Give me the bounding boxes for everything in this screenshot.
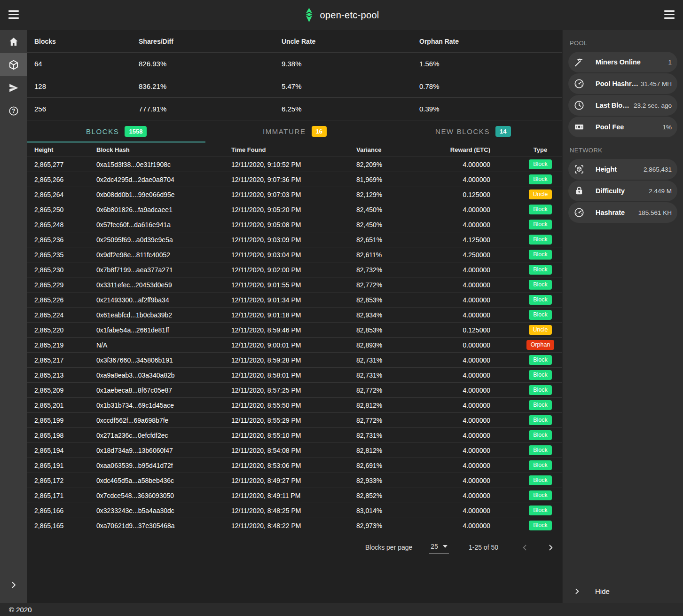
nav-item-blocks[interactable] (0, 53, 27, 76)
nav-item-home[interactable] (0, 30, 27, 53)
variance-cell: 82,893% (349, 341, 443, 349)
page-footer: © 2020 (0, 603, 683, 616)
luck-table-row: 128 836.21% 5.47% 0.78% (27, 75, 562, 98)
stats-sidebar: POOL Miners Online 1 Pool Hashrate 31.45… (562, 30, 683, 603)
right-menu-icon[interactable] (664, 10, 675, 19)
block-table-row: 2,865,266 0x2dc4295d...2dae0a8704 12/11/… (27, 172, 562, 187)
blocks-tabs: BLOCKS 1558 IMMATURE 16 NEW BLOCKS 14 (27, 120, 562, 142)
time-found-cell: 12/11/2020, 9:03:09 PM (224, 236, 349, 244)
height-cell: 2,865,201 (27, 402, 89, 409)
reward-cell: 4.000000 (443, 266, 518, 274)
help-icon: ? (8, 105, 19, 117)
variance-cell: 82,812% (349, 402, 443, 409)
reward-cell: 4.000000 (443, 296, 518, 304)
col-header-shares-diff: Shares/Diff (132, 38, 275, 45)
reward-cell: 0.000000 (443, 341, 518, 349)
height-cell: 2,865,277 (27, 161, 89, 168)
orphan-rate-cell: 1.56% (412, 60, 562, 68)
variance-cell: 82,772% (349, 281, 443, 289)
hide-label: Hide (595, 587, 610, 595)
luck-table-row: 64 826.93% 9.38% 1.56% (27, 53, 562, 75)
block-table-row: 2,865,199 0xccdf562f...69a698b7fe 12/11/… (27, 413, 562, 428)
stat-label: Hashrate (596, 209, 625, 216)
luck-table-body: 64 826.93% 9.38% 1.56% 128 836.21% 5.47%… (27, 53, 562, 120)
tab-label: BLOCKS (86, 127, 119, 135)
block-type-chip: Block (529, 280, 552, 290)
block-hash-cell: 0xa70621d9...37e305468a (89, 522, 224, 529)
page-size-select[interactable]: 25 (429, 541, 449, 554)
orphan-rate-cell: 0.78% (412, 82, 562, 90)
nav-item-payments[interactable] (0, 76, 27, 99)
variance-cell: 82,973% (349, 522, 443, 529)
height-cell: 2,865,264 (27, 191, 89, 198)
height-cell: 2,865,266 (27, 176, 89, 183)
expand-left-sidebar-button[interactable] (0, 573, 27, 596)
app-header: open-etc-pool (0, 0, 683, 30)
reward-cell: 4.000000 (443, 507, 518, 514)
block-table-row: 2,865,165 0xa70621d9...37e305468a 12/11/… (27, 518, 562, 533)
next-page-button[interactable] (547, 544, 555, 552)
block-type-chip: Block (529, 415, 552, 426)
luck-table-header: Blocks Shares/Diff Uncle Rate Orphan Rat… (27, 30, 562, 53)
block-table-row: 2,865,217 0x3f367660...345806b191 12/11/… (27, 353, 562, 368)
tab-immature[interactable]: IMMATURE 16 (205, 120, 384, 142)
pickaxe-icon (573, 56, 585, 68)
hide-sidebar-button[interactable]: Hide (563, 579, 683, 603)
block-hash-cell: 0xa15d3f38...0e31f1908c (89, 161, 224, 168)
stat-label: Last Block Fo… (596, 102, 633, 109)
height-cell: 2,865,230 (27, 266, 89, 274)
uncle-rate-cell: 5.47% (275, 82, 412, 90)
previous-page-button[interactable] (521, 544, 529, 552)
luck-table-row: 256 777.91% 6.25% 0.39% (27, 98, 562, 120)
stat-pill: Miners Online 1 (568, 52, 677, 72)
shares-diff-cell: 777.91% (132, 105, 275, 113)
reward-cell: 4.000000 (443, 477, 518, 484)
tab-new-blocks[interactable]: NEW BLOCKS 14 (384, 120, 562, 142)
variance-cell: 82,450% (349, 221, 443, 229)
blocks-cell: 256 (27, 105, 132, 113)
reward-cell: 4.000000 (443, 161, 518, 168)
block-table-row: 2,865,230 0x7b8f7199...aea377a271 12/11/… (27, 262, 562, 277)
reward-cell: 4.000000 (443, 356, 518, 364)
block-hash-cell: 0x21493300...af2ff9ba34 (89, 296, 224, 304)
variance-cell: 81,969% (349, 176, 443, 183)
nav-item-help[interactable]: ? (0, 99, 27, 122)
stat-label: Difficulty (596, 187, 625, 195)
block-table-row: 2,865,201 0x1b31b734...69c1d45ace 12/11/… (27, 398, 562, 413)
page-size-value: 25 (431, 543, 438, 550)
block-type-chip: Block (529, 430, 552, 441)
block-type-chip: Orphan (526, 340, 555, 350)
time-found-cell: 12/11/2020, 9:01:55 PM (224, 281, 349, 289)
orphan-rate-cell: 0.39% (412, 105, 562, 113)
stat-label: Miners Online (596, 58, 641, 66)
time-found-cell: 12/11/2020, 8:57:25 PM (224, 387, 349, 394)
time-found-cell: 12/11/2020, 9:00:01 PM (224, 341, 349, 349)
chevron-right-icon (573, 587, 581, 595)
tab-blocks[interactable]: BLOCKS 1558 (27, 120, 205, 142)
block-hash-cell: 0xa9a8eab3...03a340a82b (89, 371, 224, 379)
block-type-chip: Block (529, 310, 552, 320)
banknote-icon (573, 121, 585, 133)
time-found-cell: 12/11/2020, 8:53:06 PM (224, 462, 349, 469)
height-cell: 2,865,229 (27, 281, 89, 289)
main-content: Blocks Shares/Diff Uncle Rate Orphan Rat… (27, 30, 562, 603)
stat-pill: Height 2,865,431 (568, 159, 677, 180)
block-type-chip: Block (529, 460, 552, 471)
stat-pill: Last Block Fo… 23.2 sec. ago (568, 95, 677, 116)
time-found-cell: 12/11/2020, 9:07:03 PM (224, 191, 349, 198)
chevron-right-icon (9, 581, 18, 589)
height-cell: 2,865,250 (27, 206, 89, 213)
time-found-cell: 12/11/2020, 9:03:04 PM (224, 251, 349, 259)
network-section-title: NETWORK (570, 147, 683, 154)
reward-cell: 4.000000 (443, 221, 518, 229)
variance-cell: 82,812% (349, 447, 443, 454)
blocks-table-header: Height Block Hash Time Found Variance Re… (27, 142, 562, 157)
block-type-chip: Block (529, 295, 552, 305)
blocks-cube-icon (8, 59, 19, 71)
height-cell: 2,865,217 (27, 356, 89, 364)
time-found-cell: 12/11/2020, 8:54:08 PM (224, 447, 349, 454)
tab-count-badge: 1558 (125, 126, 147, 137)
app-title: open-etc-pool (320, 10, 379, 21)
stat-label: Pool Hashrate (596, 80, 640, 87)
block-hash-cell: 0x1aebeca8...8f67c05e87 (89, 387, 224, 394)
